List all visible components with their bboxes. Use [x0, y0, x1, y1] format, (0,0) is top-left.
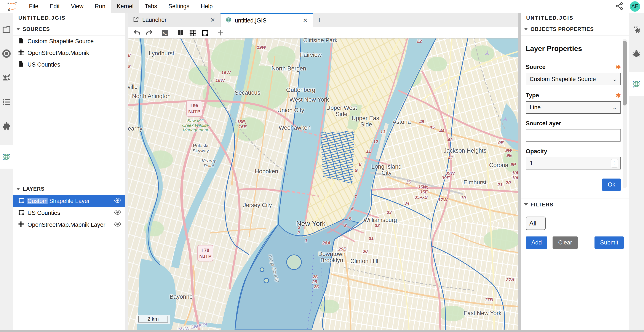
- map-place-label: Union City: [277, 107, 304, 114]
- console-button[interactable]: $_: [159, 28, 171, 38]
- submit-filter-button[interactable]: Submit: [594, 236, 624, 249]
- close-icon[interactable]: ✕: [209, 17, 216, 24]
- menu-edit[interactable]: Edit: [44, 0, 66, 13]
- eye-icon[interactable]: [114, 210, 121, 216]
- layer-item[interactable]: Custom Shapefile Layer: [13, 195, 125, 207]
- caret-down-icon: [524, 204, 528, 206]
- field-label-opacity: Opacity: [526, 148, 547, 155]
- filter-buttons: AddClearSubmit: [526, 236, 624, 249]
- activity-folder-icon[interactable]: [0, 22, 13, 37]
- menu-view[interactable]: View: [65, 0, 89, 13]
- map-place-label: Pulaski Skyway: [192, 143, 209, 154]
- activity-gears-icon[interactable]: [629, 22, 644, 37]
- road-number-label: 7: [354, 194, 357, 199]
- raster-layer-button[interactable]: [187, 28, 199, 38]
- type-select[interactable]: Line⌄: [526, 101, 621, 114]
- filter-all-select[interactable]: All: [526, 216, 546, 230]
- share-icon[interactable]: [615, 2, 624, 11]
- source-item[interactable]: OpenStreetMap.Mapnik: [13, 47, 125, 59]
- activity-list-icon[interactable]: [0, 94, 13, 110]
- add-filter-button[interactable]: Add: [526, 236, 547, 249]
- launcher-icon: [133, 16, 139, 24]
- objects-properties-header[interactable]: OBJECTS PROPERTIES: [521, 23, 629, 36]
- road-number-label: 28A: [322, 240, 331, 246]
- map-place-label: Kearny: [128, 126, 142, 132]
- road-number-label: 39W: [445, 170, 455, 176]
- ok-button[interactable]: Ok: [602, 178, 621, 191]
- panel-splitter-left[interactable]: [126, 13, 128, 330]
- number-stepper[interactable]: ⌃⌄: [611, 159, 618, 168]
- required-asterisk: ✱: [616, 92, 621, 99]
- eye-icon[interactable]: [114, 222, 121, 228]
- tab-launcher[interactable]: Launcher✕: [128, 13, 220, 27]
- road-number-label: 35E: [420, 189, 428, 194]
- left-panel-title: UNTITLED.JGIS: [13, 13, 125, 23]
- road-number-label: 8: [128, 53, 130, 58]
- road-number-label: 9: [355, 168, 358, 173]
- avatar[interactable]: AE: [630, 1, 640, 12]
- menu-file[interactable]: File: [23, 0, 44, 13]
- source-item[interactable]: US Counties: [13, 59, 125, 70]
- required-asterisk: ✱: [616, 64, 621, 71]
- layers-section: LAYERS Custom Shapefile LayerUS Counties…: [13, 183, 125, 231]
- panel-splitter-right[interactable]: [518, 13, 521, 330]
- layer-item[interactable]: OpenStreetMap.Mapnik Layer: [13, 219, 125, 231]
- activity-puzzle-icon[interactable]: [0, 118, 13, 134]
- add-layer-button[interactable]: [215, 28, 227, 38]
- menu-help[interactable]: Help: [195, 0, 218, 13]
- menu-run[interactable]: Run: [89, 0, 111, 13]
- road-number-label: 1: [305, 238, 308, 243]
- map-canvas[interactable]: LyndhurstevilleNorth ArlingtonKearnySeca…: [128, 38, 518, 330]
- field-label-source: Source: [526, 64, 546, 70]
- layer-item[interactable]: US Counties: [13, 207, 125, 219]
- scrollbar-thumb[interactable]: [623, 41, 627, 106]
- activity-bug-icon[interactable]: [629, 46, 644, 62]
- sourcelayer-input[interactable]: [526, 129, 621, 142]
- activity-globe-icon[interactable]: [629, 72, 644, 96]
- road-number-label: 2: [298, 225, 300, 230]
- file-icon: [18, 38, 24, 46]
- road-number-label: 16W: [215, 78, 224, 83]
- tab-untitled-jgis[interactable]: untitled.jGIS✕: [220, 13, 313, 27]
- properties-scrollbar[interactable]: [622, 39, 627, 188]
- close-icon[interactable]: ✕: [301, 17, 309, 24]
- filters-header[interactable]: FILTERS: [521, 198, 629, 211]
- vector-layer-button[interactable]: [199, 28, 211, 38]
- activity-users-icon[interactable]: [0, 70, 13, 86]
- source-select[interactable]: Custom Shapefile Source⌄: [526, 73, 621, 86]
- road-number-label: 45: [419, 119, 424, 124]
- right-activity-bar: [629, 13, 644, 330]
- activity-stop-circle-icon[interactable]: [0, 46, 13, 62]
- sources-section-header[interactable]: SOURCES: [13, 23, 125, 36]
- source-item[interactable]: Custom Shapefile Source: [13, 36, 125, 47]
- road-number-label: 16E: [238, 124, 246, 129]
- jupyter-logo-icon: [6, 1, 18, 12]
- map-place-label: New York: [296, 220, 325, 228]
- road-number-label: 39E: [442, 175, 450, 180]
- opacity-input[interactable]: 1⌃⌄: [526, 157, 621, 170]
- new-tab-button[interactable]: +: [313, 13, 326, 27]
- road-number-label: 9E: [498, 140, 504, 145]
- eye-icon[interactable]: [114, 198, 121, 204]
- basemap-button[interactable]: [175, 28, 187, 38]
- dock-tab-bar: Launcher✕untitled.jGIS✕+: [128, 13, 518, 27]
- road-number-label: 9P: [510, 162, 516, 167]
- undo-button[interactable]: [131, 28, 143, 38]
- layers-section-header[interactable]: LAYERS: [13, 183, 125, 195]
- file-icon: [18, 61, 24, 69]
- layer-properties-form: Source✱Custom Shapefile Source⌄Type✱Line…: [526, 64, 624, 170]
- source-label: Custom Shapefile Source: [28, 38, 94, 45]
- activity-globe-icon[interactable]: [0, 145, 13, 168]
- road-number-label: 33: [386, 210, 392, 215]
- map-place-label: Kings County: [268, 254, 280, 282]
- road-number-label: 11: [366, 149, 371, 154]
- source-label: OpenStreetMap.Mapnik: [28, 50, 89, 56]
- menu-kernel[interactable]: Kernel: [111, 0, 139, 13]
- menu-tabs[interactable]: Tabs: [139, 0, 163, 13]
- map-place-label: Upper East Side: [352, 115, 381, 128]
- redo-button[interactable]: [143, 28, 155, 38]
- clear-filter-button[interactable]: Clear: [552, 236, 578, 249]
- menu-settings[interactable]: Settings: [163, 0, 195, 13]
- map-place-label: East New York: [464, 310, 502, 316]
- layer-label: OpenStreetMap.Mapnik Layer: [28, 222, 111, 228]
